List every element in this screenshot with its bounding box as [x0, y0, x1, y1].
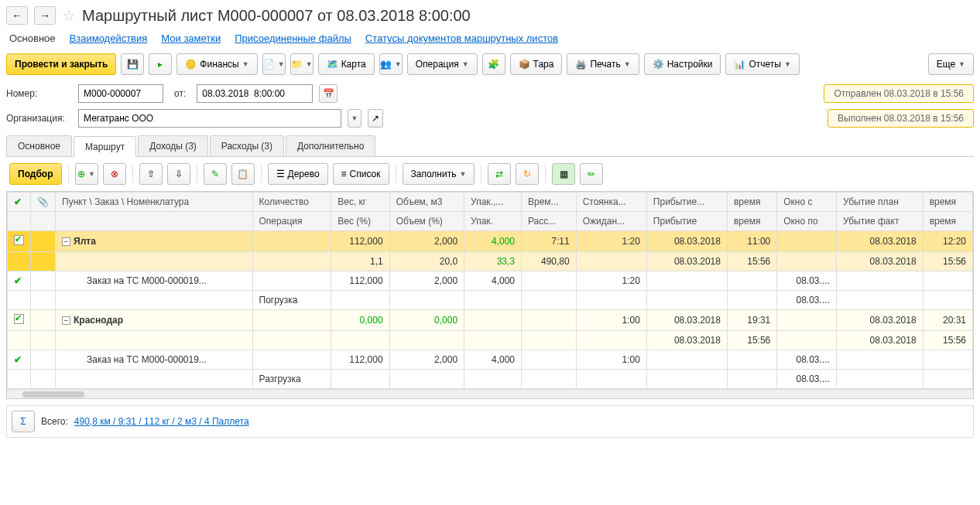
- nav-notes[interactable]: Мои заметки: [161, 32, 221, 44]
- tab-expense[interactable]: Расходы (3): [210, 135, 284, 156]
- sigma-icon: Σ: [20, 416, 26, 427]
- action1-button[interactable]: 📄▼: [262, 53, 286, 75]
- forward-button[interactable]: →: [34, 6, 56, 25]
- post-close-button[interactable]: Провести и закрыть: [6, 53, 116, 75]
- add-button[interactable]: ⊕▼: [75, 163, 98, 185]
- action2-button[interactable]: 📁▼: [290, 53, 314, 75]
- tab-income[interactable]: Доходы (3): [138, 135, 208, 156]
- select-button[interactable]: Подбор: [9, 163, 62, 185]
- tree-button[interactable]: ☰Дерево: [268, 163, 328, 185]
- swap-icon: ⇄: [495, 169, 503, 179]
- edit-button[interactable]: ✎: [204, 163, 227, 185]
- collapse-icon[interactable]: −: [62, 316, 70, 325]
- up-button[interactable]: ⇧: [139, 163, 163, 185]
- down-icon: ⇩: [175, 169, 183, 179]
- table-row[interactable]: −Краснодар 0,000 0,000 1:00 08.03.2018 1…: [8, 310, 973, 331]
- refresh-icon: ↻: [523, 169, 531, 179]
- edit2-button[interactable]: ✏: [580, 163, 603, 185]
- users-icon: 👥: [380, 59, 392, 70]
- check-all-icon[interactable]: ✔: [14, 196, 22, 207]
- save-icon: 💾: [127, 59, 139, 70]
- table-row[interactable]: ✔ Заказ на ТС М000-000019... 112,000 2,0…: [8, 271, 973, 291]
- doc-icon: 📄: [263, 59, 275, 70]
- list-button[interactable]: ≡Список: [333, 163, 389, 185]
- pencil-icon: ✏: [588, 169, 595, 179]
- sum-button[interactable]: Σ: [12, 411, 35, 432]
- swap-button[interactable]: ⇄: [488, 163, 511, 185]
- back-button[interactable]: ←: [6, 6, 28, 25]
- nav-statuses[interactable]: Статусы документов маршрутных листов: [365, 32, 558, 44]
- delete-icon: ⊗: [111, 169, 118, 179]
- number-label: Номер:: [6, 88, 72, 99]
- org-dropdown[interactable]: ▼: [348, 109, 362, 128]
- save-button[interactable]: 💾: [121, 53, 144, 75]
- org-input[interactable]: [78, 109, 341, 128]
- nav-interactions[interactable]: Взаимодействия: [70, 32, 148, 44]
- page-title: Маршрутный лист М000-000007 от 08.03.201…: [82, 7, 471, 25]
- tab-additional[interactable]: Дополнительно: [286, 135, 375, 156]
- calendar-button[interactable]: 📅: [319, 84, 338, 103]
- finance-button[interactable]: 🪙Финансы▼: [176, 53, 257, 75]
- table-row[interactable]: ✔ Заказ на ТС М000-000019... 112,000 2,0…: [8, 350, 973, 370]
- table-row[interactable]: Погрузка 08.03....: [8, 291, 973, 310]
- clip-icon: 📎: [37, 196, 49, 207]
- org-open[interactable]: ↗: [368, 109, 383, 128]
- gear-icon: ⚙️: [653, 59, 664, 70]
- edit-icon: ✎: [211, 169, 219, 179]
- operation-button[interactable]: Операция▼: [407, 53, 478, 75]
- fill-button[interactable]: Заполнить▼: [403, 163, 475, 185]
- date-input[interactable]: [197, 84, 313, 103]
- grid-button[interactable]: ▦: [552, 163, 575, 185]
- tree-icon: ☰: [276, 169, 285, 179]
- row-check-icon: ✔: [14, 354, 22, 365]
- nav-links: Основное Взаимодействия Мои заметки Прис…: [6, 32, 974, 44]
- total-label: Всего:: [41, 416, 68, 427]
- status-done: Выполнен 08.03.2018 в 15:56: [828, 109, 974, 128]
- chart-icon: 📊: [734, 59, 745, 70]
- table-row[interactable]: 08.03.2018 15:56 08.03.2018 15:56: [8, 331, 973, 350]
- summary-link[interactable]: 490,8 км / 9:31 / 112 кг / 2 м3 / 4 Палл…: [74, 416, 249, 427]
- folder-icon: 📁: [291, 59, 303, 70]
- map-icon: 🗺️: [327, 59, 338, 70]
- box-icon: 📦: [519, 59, 530, 70]
- tab-route[interactable]: Маршрут: [74, 136, 136, 157]
- collapse-icon[interactable]: −: [62, 237, 70, 246]
- print-button[interactable]: 🖨️Печать▼: [567, 53, 639, 75]
- status-sent: Отправлен 08.03.2018 в 15:56: [824, 84, 974, 103]
- print-icon: 🖨️: [575, 59, 587, 70]
- post-button[interactable]: ▸: [149, 53, 172, 75]
- tab-main[interactable]: Основное: [6, 135, 72, 156]
- table-row[interactable]: 1,1 20,0 33,3 490,80 08.03.2018 15:56 08…: [8, 252, 973, 271]
- copy-icon: 📋: [237, 169, 248, 179]
- coins-icon: 🪙: [185, 59, 197, 70]
- number-input[interactable]: [78, 84, 163, 103]
- row-check-icon: ✔: [14, 275, 22, 286]
- users-button[interactable]: 👥▼: [379, 53, 403, 75]
- puzzle-button[interactable]: 🧩: [482, 53, 505, 75]
- add-icon: ⊕: [77, 169, 85, 179]
- delete-button[interactable]: ⊗: [103, 163, 126, 185]
- more-button[interactable]: Еще▼: [928, 53, 974, 75]
- map-button[interactable]: 🗺️Карта: [318, 53, 375, 75]
- nav-files[interactable]: Присоединенные файлы: [235, 32, 351, 44]
- up-icon: ⇧: [147, 169, 155, 179]
- horizontal-scrollbar[interactable]: [7, 389, 973, 398]
- list-icon: ≡: [341, 169, 347, 179]
- nav-main[interactable]: Основное: [9, 32, 56, 44]
- reports-button[interactable]: 📊Отчеты▼: [725, 53, 799, 75]
- grid-icon: ▦: [560, 169, 568, 179]
- down-button[interactable]: ⇩: [167, 163, 190, 185]
- copy-button[interactable]: 📋: [231, 163, 255, 185]
- favorite-icon[interactable]: ☆: [62, 6, 76, 25]
- row-check[interactable]: [14, 314, 24, 324]
- route-table: ✔ 📎 Пункт \ Заказ \ Номенклатура Количес…: [6, 191, 974, 399]
- settings-button[interactable]: ⚙️Настройки: [644, 53, 721, 75]
- table-row[interactable]: −Ялта 112,000 2,000 4,000 7:11 1:20 08.0…: [8, 231, 973, 252]
- calendar-icon: 📅: [323, 88, 334, 99]
- table-row[interactable]: Разгрузка 08.03....: [8, 370, 973, 389]
- org-label: Организация:: [6, 113, 72, 124]
- puzzle-icon: 🧩: [488, 59, 499, 70]
- tara-button[interactable]: 📦Тара: [510, 53, 563, 75]
- refresh-button[interactable]: ↻: [516, 163, 539, 185]
- row-check[interactable]: [14, 235, 24, 245]
